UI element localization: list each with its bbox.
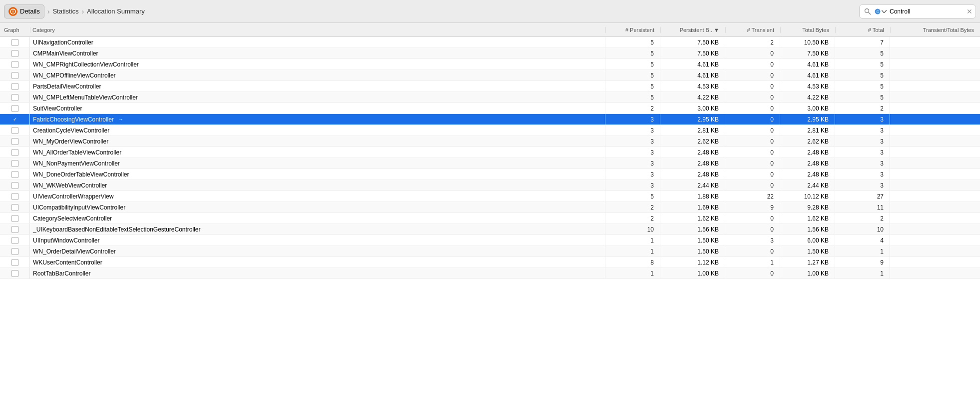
- details-icon: [8, 7, 17, 16]
- cell-transient: 3: [725, 235, 780, 246]
- cell-persistent_bytes: 1.12 KB: [660, 257, 725, 268]
- search-type-selector[interactable]: ⊙: [875, 8, 888, 14]
- category-text: UINavigationController: [33, 39, 93, 46]
- table-row[interactable]: CMPMainViewController57.50 KB07.50 KB5: [0, 48, 980, 59]
- cell-persistent: 5: [605, 48, 660, 58]
- col-header-total-bytes[interactable]: Total Bytes: [780, 27, 835, 33]
- cell-total_bytes: 6.00 KB: [780, 235, 835, 246]
- cell-persistent_bytes: 2.81 KB: [660, 125, 725, 136]
- row-checkbox[interactable]: [11, 39, 18, 46]
- category-text: UIInputWindowController: [33, 237, 99, 244]
- table-row[interactable]: _UIKeyboardBasedNonEditableTextSelection…: [0, 224, 980, 235]
- cell-transient: 0: [725, 59, 780, 70]
- table-row[interactable]: UIViewControllerWrapperView51.88 KB2210.…: [0, 191, 980, 202]
- col-header-persistent[interactable]: # Persistent: [605, 27, 660, 33]
- cell-transient: 0: [725, 70, 780, 80]
- cell-transient_total: [890, 191, 980, 202]
- table-row[interactable]: WN_CMPLeftMenuTableViewController54.22 K…: [0, 92, 980, 103]
- table-row[interactable]: WN_CMPRightCollectionViewController54.61…: [0, 59, 980, 70]
- cell-category: WN_AllOrderTableViewController: [30, 147, 605, 158]
- details-button[interactable]: Details: [4, 4, 44, 18]
- cell-graph: [0, 37, 30, 48]
- row-checkbox[interactable]: [11, 116, 18, 123]
- row-checkbox[interactable]: [11, 83, 18, 90]
- table-row[interactable]: WN_MyOrderViewController32.62 KB02.62 KB…: [0, 136, 980, 147]
- row-checkbox[interactable]: [11, 160, 18, 167]
- row-checkbox[interactable]: [11, 182, 18, 189]
- row-checkbox[interactable]: [11, 72, 18, 79]
- cell-persistent_bytes: 2.48 KB: [660, 158, 725, 168]
- row-checkbox[interactable]: [11, 259, 18, 266]
- cell-graph: [0, 136, 30, 146]
- row-checkbox[interactable]: [11, 105, 18, 112]
- cell-persistent: 5: [605, 59, 660, 70]
- cell-total: 7: [835, 37, 890, 48]
- cell-total: 5: [835, 81, 890, 92]
- cell-total_bytes: 7.50 KB: [780, 48, 835, 58]
- row-checkbox[interactable]: [11, 215, 18, 222]
- search-container[interactable]: ⊙ ✕: [859, 4, 976, 18]
- cell-total: 2: [835, 213, 890, 224]
- row-checkbox[interactable]: [11, 127, 18, 134]
- cell-persistent_bytes: 3.00 KB: [660, 103, 725, 114]
- row-checkbox[interactable]: [11, 138, 18, 145]
- row-checkbox[interactable]: [11, 237, 18, 244]
- cell-total_bytes: 4.53 KB: [780, 81, 835, 92]
- search-clear-button[interactable]: ✕: [967, 8, 973, 15]
- col-header-category[interactable]: Category: [30, 27, 605, 33]
- cell-graph: [0, 213, 30, 224]
- table-row[interactable]: UIInputWindowController11.50 KB36.00 KB4: [0, 235, 980, 246]
- cell-total_bytes: 4.61 KB: [780, 70, 835, 80]
- cell-total_bytes: 2.48 KB: [780, 169, 835, 180]
- table-row[interactable]: UINavigationController57.50 KB210.50 KB7: [0, 37, 980, 48]
- row-checkbox[interactable]: [11, 248, 18, 255]
- cell-category: CreationCycleViewController: [30, 125, 605, 136]
- col-header-persistent-bytes[interactable]: Persistent B...▼: [660, 27, 725, 33]
- table-row[interactable]: CategorySelectviewController21.62 KB01.6…: [0, 213, 980, 224]
- cell-persistent: 2: [605, 103, 660, 114]
- cell-persistent_bytes: 1.69 KB: [660, 202, 725, 212]
- table-row[interactable]: UICompatibilityInputViewController21.69 …: [0, 202, 980, 213]
- table-row[interactable]: SuitViewController23.00 KB03.00 KB2: [0, 103, 980, 114]
- cell-total: 9: [835, 257, 890, 268]
- breadcrumb-statistics[interactable]: Statistics: [52, 8, 78, 15]
- row-checkbox[interactable]: [11, 171, 18, 178]
- table-row[interactable]: FabricChoosingViewController→32.95 KB02.…: [0, 114, 980, 125]
- cell-category: WN_CMPLeftMenuTableViewController: [30, 92, 605, 102]
- navigate-arrow-icon[interactable]: →: [117, 116, 125, 124]
- table-row[interactable]: RootTabBarController11.00 KB01.00 KB1: [0, 268, 980, 279]
- cell-transient_total: [890, 114, 980, 124]
- row-checkbox[interactable]: [11, 149, 18, 156]
- col-header-transient[interactable]: # Transient: [725, 27, 780, 33]
- row-checkbox[interactable]: [11, 193, 18, 200]
- cell-transient_total: [890, 213, 980, 224]
- cell-total: 1: [835, 268, 890, 278]
- table-row[interactable]: WKUserContentController81.12 KB11.27 KB9: [0, 257, 980, 268]
- col-header-transient-total[interactable]: Transient/Total Bytes: [890, 27, 980, 33]
- row-checkbox[interactable]: [11, 226, 18, 233]
- cell-transient: 9: [725, 202, 780, 212]
- table-row[interactable]: WN_DoneOrderTableViewController32.48 KB0…: [0, 169, 980, 180]
- search-input[interactable]: [890, 8, 965, 15]
- breadcrumb-details[interactable]: Details: [4, 4, 44, 18]
- row-checkbox[interactable]: [11, 61, 18, 68]
- cell-transient_total: [890, 125, 980, 136]
- table-row[interactable]: WN_AllOrderTableViewController32.48 KB02…: [0, 147, 980, 158]
- table-row[interactable]: WN_OrderDetailViewController11.50 KB01.5…: [0, 246, 980, 257]
- table-row[interactable]: PartsDetailViewController54.53 KB04.53 K…: [0, 81, 980, 92]
- row-checkbox[interactable]: [11, 270, 18, 277]
- col-header-total[interactable]: # Total: [835, 27, 890, 33]
- row-checkbox[interactable]: [11, 50, 18, 57]
- table-row[interactable]: CreationCycleViewController32.81 KB02.81…: [0, 125, 980, 136]
- cell-graph: [0, 114, 30, 124]
- row-checkbox[interactable]: [11, 204, 18, 211]
- category-text: UICompatibilityInputViewController: [33, 204, 125, 211]
- cell-total: 5: [835, 59, 890, 70]
- category-text: RootTabBarController: [33, 270, 90, 277]
- cell-persistent: 1: [605, 235, 660, 246]
- table-row[interactable]: WN_CMPOfflineViewController54.61 KB04.61…: [0, 70, 980, 81]
- row-checkbox[interactable]: [11, 94, 18, 101]
- table-row[interactable]: WN_NonPaymentViewController32.48 KB02.48…: [0, 158, 980, 169]
- table-row[interactable]: WN_WKWebViewController32.44 KB02.44 KB3: [0, 180, 980, 191]
- cell-total: 1: [835, 246, 890, 256]
